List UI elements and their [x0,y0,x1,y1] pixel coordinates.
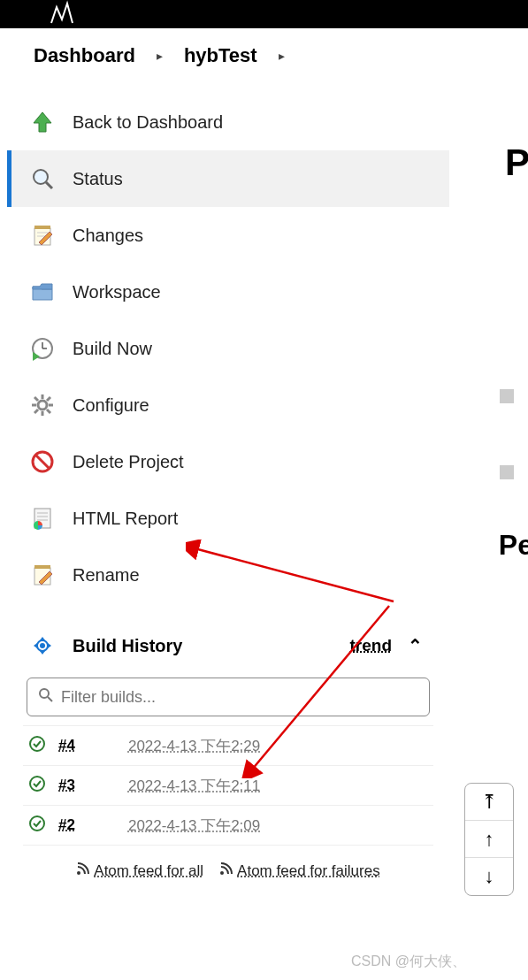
breadcrumb: Dashboard ▸ hybTest ▸ [0,28,528,94]
cropped-heading-1: P [505,142,528,184]
rss-icon [76,861,90,880]
sidebar-item-html-report[interactable]: HTML Report [7,490,449,547]
chevron-up-icon[interactable]: ⌃ [408,635,423,656]
sidebar-item-label: Status [73,169,123,189]
sidebar-item-changes[interactable]: Changes [7,207,449,264]
svg-line-16 [47,397,50,401]
notepad-edit-icon [28,561,57,589]
trend-link[interactable]: trend [350,636,393,655]
svg-point-29 [40,689,49,698]
svg-point-34 [77,871,80,875]
svg-rect-26 [34,565,50,569]
svg-point-35 [220,871,224,875]
notepad-icon [28,221,57,249]
chevron-right-icon: ▸ [279,49,285,63]
svg-point-32 [30,777,44,791]
svg-line-17 [34,410,38,413]
svg-line-30 [48,697,52,701]
jenkins-logo [44,0,80,25]
svg-point-33 [30,816,44,831]
cropped-content-icons [500,389,526,541]
feed-label: Atom feed for failures [237,862,380,880]
search-icon [38,687,54,707]
build-row[interactable]: #4 2022-4-13 下午2:29 [23,725,433,766]
magnifier-icon [28,165,57,193]
sidebar-item-delete-project[interactable]: Delete Project [7,433,449,490]
svg-point-28 [40,643,45,648]
scroll-up-button[interactable]: ↑ [465,821,513,858]
sidebar-item-label: Changes [73,226,143,246]
up-arrow-icon [28,108,57,136]
sidebar-item-label: Build Now [73,339,152,359]
chevron-right-icon: ▸ [157,49,163,63]
sidebar: Back to Dashboard Status Changes Workspa… [0,94,449,885]
sidebar-item-configure[interactable]: Configure [7,377,449,433]
build-history-icon [28,632,57,660]
svg-rect-3 [34,226,50,229]
atom-feed-failures-link[interactable]: Atom feed for failures [219,861,380,880]
sidebar-item-workspace[interactable]: Workspace [7,264,449,320]
sidebar-item-label: Delete Project [73,452,184,472]
build-date[interactable]: 2022-4-13 下午2:11 [128,776,260,796]
build-number[interactable]: #2 [58,816,75,834]
breadcrumb-project[interactable]: hybTest [184,44,257,67]
svg-line-15 [47,410,50,413]
build-history-header: Build History trend ⌃ [7,619,449,672]
svg-line-1 [46,182,52,188]
watermark: CSDN @何大侠、 [351,953,466,971]
build-row[interactable]: #2 2022-4-13 下午2:09 [23,806,433,846]
build-row[interactable]: #3 2022-4-13 下午2:11 [23,766,433,806]
scroll-nav-panel: ⤒ ↑ ↓ [464,783,514,896]
svg-point-31 [30,737,44,751]
svg-line-14 [34,397,38,401]
atom-feed-all-link[interactable]: Atom feed for all [76,861,203,880]
build-date[interactable]: 2022-4-13 下午2:09 [128,815,260,836]
sidebar-item-label: Rename [73,565,140,586]
sidebar-item-label: Workspace [73,282,161,302]
build-history-table: #4 2022-4-13 下午2:29 #3 2022-4-13 下午2:11 … [7,725,449,846]
build-history-title: Build History [73,636,182,656]
feed-label: Atom feed for all [94,862,203,880]
breadcrumb-root[interactable]: Dashboard [34,44,135,67]
scroll-top-button[interactable]: ⤒ [465,784,513,821]
gear-icon [28,391,57,419]
success-icon [28,815,46,836]
filter-builds-container [27,678,430,716]
build-number[interactable]: #3 [58,777,75,794]
filter-builds-input[interactable] [61,688,418,707]
svg-point-0 [34,170,48,184]
build-number[interactable]: #4 [58,737,75,754]
build-date[interactable]: 2022-4-13 下午2:29 [128,736,260,756]
feed-links: Atom feed for all Atom feed for failures [7,846,449,885]
sidebar-item-label: HTML Report [73,509,178,529]
sidebar-item-label: Back to Dashboard [73,112,223,133]
success-icon [28,735,46,756]
sidebar-item-label: Configure [73,395,149,416]
success-icon [28,775,46,796]
top-bar [0,0,528,28]
sidebar-item-back-to-dashboard[interactable]: Back to Dashboard [7,94,449,150]
rss-icon [219,861,233,880]
sidebar-item-build-now[interactable]: Build Now [7,320,449,377]
no-entry-icon [28,448,57,476]
report-icon [28,504,57,532]
clock-play-icon [28,334,57,363]
sidebar-item-rename[interactable]: Rename [7,547,449,603]
svg-point-9 [38,401,47,410]
folder-icon [28,278,57,306]
sidebar-item-status[interactable]: Status [7,150,449,207]
scroll-down-button[interactable]: ↓ [465,858,513,895]
